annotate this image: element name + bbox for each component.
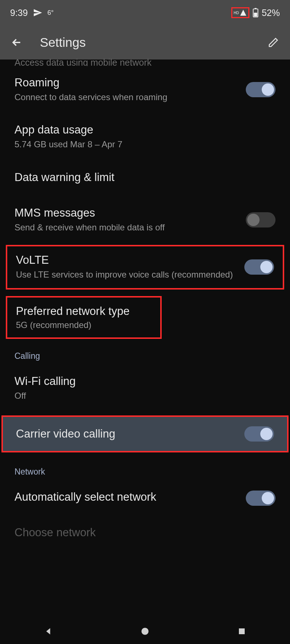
mms-sub: Send & receive when mobile data is off bbox=[14, 222, 239, 233]
auto-select-title: Automatically select network bbox=[14, 491, 239, 504]
nav-home-button[interactable] bbox=[127, 627, 163, 636]
back-arrow-icon bbox=[11, 36, 23, 49]
signal-hd-highlight: HD bbox=[231, 7, 249, 18]
roaming-sub: Connect to data services when roaming bbox=[14, 91, 239, 103]
cut-text: Access data using mobile network bbox=[14, 57, 152, 66]
nav-back-button[interactable] bbox=[30, 627, 66, 636]
preferred-network-sub: 5G (recommended) bbox=[16, 320, 152, 330]
nav-home-icon bbox=[140, 627, 150, 636]
wifi-calling-sub: Off bbox=[14, 390, 276, 402]
preferred-network-item[interactable]: Preferred network type 5G (recommended) bbox=[6, 296, 162, 339]
svg-point-3 bbox=[141, 628, 149, 635]
roaming-item[interactable]: Roaming Connect to data services when ro… bbox=[0, 66, 290, 113]
network-section-header: Network bbox=[0, 456, 290, 480]
carrier-video-title: Carrier video calling bbox=[16, 427, 237, 440]
status-time: 9:39 bbox=[10, 8, 28, 18]
mms-title: MMS messages bbox=[14, 206, 239, 220]
roaming-toggle[interactable] bbox=[246, 82, 276, 97]
signal-icon bbox=[240, 9, 247, 16]
nav-back-icon bbox=[44, 627, 53, 636]
battery-icon bbox=[252, 8, 259, 17]
mms-toggle[interactable] bbox=[246, 212, 276, 227]
volte-title: VoLTE bbox=[16, 254, 237, 267]
preferred-network-title: Preferred network type bbox=[16, 305, 152, 318]
wifi-calling-title: Wi-Fi calling bbox=[14, 375, 276, 388]
settings-content[interactable]: Access data using mobile network Roaming… bbox=[0, 57, 290, 551]
page-title: Settings bbox=[40, 35, 265, 50]
app-data-title: App data usage bbox=[14, 123, 276, 136]
wifi-calling-item[interactable]: Wi-Fi calling Off bbox=[0, 365, 290, 412]
calling-section-header: Calling bbox=[0, 340, 290, 365]
edit-button[interactable] bbox=[265, 34, 282, 51]
status-temp: 6° bbox=[47, 9, 54, 17]
volte-sub: Use LTE services to improve voice calls … bbox=[16, 269, 237, 280]
carrier-video-calling-item[interactable]: Carrier video calling bbox=[1, 415, 289, 452]
data-warning-title: Data warning & limit bbox=[14, 171, 276, 184]
carrier-video-toggle[interactable] bbox=[244, 426, 274, 442]
choose-network-item: Choose network bbox=[0, 516, 290, 551]
status-battery: 52% bbox=[262, 8, 280, 18]
nav-recents-icon bbox=[237, 627, 246, 636]
app-data-sub: 5.74 GB used Mar 8 – Apr 7 bbox=[14, 139, 276, 150]
app-data-usage-item[interactable]: App data usage 5.74 GB used Mar 8 – Apr … bbox=[0, 113, 290, 160]
mms-item[interactable]: MMS messages Send & receive when mobile … bbox=[0, 196, 290, 243]
cut-off-item: Access data using mobile network bbox=[0, 57, 290, 66]
volte-item[interactable]: VoLTE Use LTE services to improve voice … bbox=[6, 245, 284, 289]
nav-recents-button[interactable] bbox=[224, 627, 260, 636]
svg-rect-1 bbox=[254, 8, 256, 9]
pencil-icon bbox=[268, 37, 279, 48]
status-bar: 9:39 6° HD 52% bbox=[0, 0, 290, 25]
auto-select-toggle[interactable] bbox=[246, 491, 276, 506]
data-warning-item[interactable]: Data warning & limit bbox=[0, 161, 290, 196]
hd-icon: HD bbox=[234, 11, 239, 15]
roaming-title: Roaming bbox=[14, 76, 239, 89]
choose-network-title: Choose network bbox=[14, 526, 276, 539]
navigation-bar bbox=[0, 619, 290, 644]
auto-select-network-item[interactable]: Automatically select network bbox=[0, 480, 290, 516]
volte-toggle[interactable] bbox=[244, 259, 274, 275]
telegram-icon bbox=[33, 8, 42, 17]
svg-rect-2 bbox=[254, 13, 257, 16]
svg-rect-4 bbox=[239, 628, 245, 634]
back-button[interactable] bbox=[8, 34, 25, 51]
app-bar: Settings bbox=[0, 25, 290, 60]
